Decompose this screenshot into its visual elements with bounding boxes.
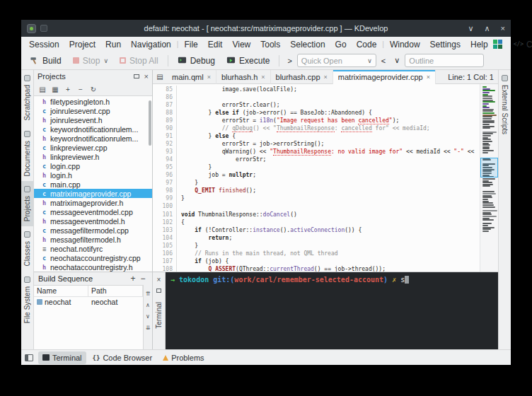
dock-tab-classes[interactable]: Classes — [21, 226, 33, 272]
toggle-docks-icon[interactable] — [25, 354, 33, 361]
code-line[interactable]: 96 job = nullptr; — [153, 171, 480, 179]
file-row[interactable]: clinkpreviewer.cpp — [34, 143, 152, 152]
add-to-build-sequence-button[interactable]: + — [128, 274, 138, 284]
code-line[interactable]: 106 // Runs in the main thread, not QML … — [153, 250, 480, 257]
code-line[interactable]: 107 if (job) { — [153, 257, 480, 265]
dock-tab-documents[interactable]: Documents — [21, 126, 33, 182]
tree-scrollbar[interactable] — [149, 100, 151, 146]
dock-tab-file-system[interactable]: File System — [21, 272, 33, 328]
maximize-button[interactable]: ∧ — [485, 24, 490, 33]
code-line[interactable]: 97 } — [153, 179, 480, 187]
document-list-icon[interactable]: ▤ — [153, 73, 167, 81]
statusbar-problems-button[interactable]: Problems — [158, 351, 208, 364]
tab-matriximageprovider-cpp[interactable]: matriximageprovider.cpp× — [333, 70, 436, 84]
move-up-icon[interactable]: ∧ — [146, 302, 150, 308]
menu-file[interactable]: File — [179, 39, 202, 50]
menu-help[interactable]: Help — [466, 39, 493, 50]
move-bottom-icon[interactable]: ⇊ — [146, 325, 151, 331]
quick-open-input[interactable]: Quick Open ∨ — [297, 54, 376, 67]
code-line[interactable]: 95 } — [153, 163, 480, 171]
statusbar-code-browser-button[interactable]: {}Code Browser — [88, 351, 157, 364]
code-line[interactable]: 100 — [153, 202, 480, 210]
code-line[interactable]: 93 qWarning() << "ThumbnailResponse: no … — [153, 148, 480, 156]
outline-input[interactable]: Outline — [405, 54, 484, 67]
tab-main-qml[interactable]: main.qml× — [167, 70, 216, 84]
menu-tools[interactable]: Tools — [255, 39, 285, 50]
menu-edit[interactable]: Edit — [203, 39, 228, 50]
dock-tab-projects[interactable]: Projects — [21, 181, 33, 226]
tab-close-icon[interactable]: × — [324, 74, 328, 81]
titlebar[interactable]: default: neochat - [ neochat:src/matrixi… — [21, 20, 511, 37]
menu-window[interactable]: Window — [385, 39, 425, 50]
file-row[interactable]: cjoinrulesevent.cpp — [34, 106, 152, 115]
menu-go[interactable]: Go — [330, 39, 352, 50]
file-row[interactable]: hmatriximageprovider.h — [34, 198, 152, 207]
file-row[interactable]: hlinkpreviewer.h — [34, 152, 152, 161]
file-row[interactable]: hfiletypesingleton.h — [34, 97, 152, 106]
file-row[interactable]: clogin.cpp — [34, 161, 152, 170]
code-line[interactable]: 88 } else if (job->error() == BaseJob::A… — [153, 109, 480, 117]
stop-button[interactable]: Stop ∨ — [68, 54, 113, 68]
stop-all-button[interactable]: Stop All — [115, 54, 163, 68]
code-line[interactable]: 102{ — [153, 219, 480, 226]
code-line[interactable]: 85 image.save(localFile); — [153, 86, 480, 93]
file-row[interactable]: hkeywordnotificationrulem... — [34, 134, 152, 143]
code-line[interactable]: 87 errorStr.clear(); — [153, 101, 480, 109]
menu-code[interactable]: Code — [352, 39, 382, 50]
code-line[interactable]: 86 — [153, 93, 480, 101]
file-row[interactable]: cmain.cpp — [34, 180, 152, 189]
code-line[interactable]: 91 } else { — [153, 132, 480, 140]
close-button[interactable]: × — [501, 24, 505, 33]
code-line[interactable]: 92 errorStr = job->errorString(); — [153, 140, 480, 148]
code-view[interactable]: 85 image.save(localFile);8687 errorStr.c… — [153, 84, 480, 272]
expand-all-icon[interactable]: + — [62, 86, 74, 93]
dock-tab-scratchpad[interactable]: Scratchpad — [21, 70, 33, 126]
code-line[interactable]: 90 // qDebug() << "ThumbnailResponse: ca… — [153, 124, 480, 132]
code-line[interactable]: 104 return; — [153, 234, 480, 242]
minimap-viewport[interactable] — [480, 158, 498, 177]
code-line[interactable]: 108 Q_ASSERT(QThread::currentThread() ==… — [153, 265, 480, 272]
menu-settings[interactable]: Settings — [425, 39, 466, 50]
code-line[interactable]: 101void ThumbnailResponse::doCancel() — [153, 211, 480, 219]
menu-run[interactable]: Run — [100, 39, 126, 50]
tab-close-icon[interactable]: × — [427, 74, 430, 81]
tab-close-icon[interactable]: × — [207, 74, 211, 81]
code-area-button[interactable]: </> Code ∨ — [509, 39, 532, 50]
close-terminal-icon[interactable]: × — [157, 276, 161, 284]
menu-project[interactable]: Project — [64, 39, 100, 50]
move-top-icon[interactable]: ⇈ — [146, 291, 151, 297]
jump-dropdown-button[interactable]: ∨ — [391, 54, 403, 66]
file-row[interactable]: cmatriximageprovider.cpp — [34, 189, 152, 198]
file-row[interactable]: cmessageeventmodel.cpp — [34, 207, 152, 216]
remove-from-build-sequence-button[interactable]: − — [138, 274, 148, 284]
menu-navigation[interactable]: Navigation — [126, 39, 176, 50]
build-button[interactable]: Build — [25, 54, 66, 68]
jump-back-button[interactable]: < — [378, 55, 389, 66]
code-line[interactable]: 98 Q_EMIT finished(); — [153, 187, 480, 194]
code-editor[interactable]: 85 image.save(localFile);8687 errorStr.c… — [153, 84, 498, 272]
close-panel-icon[interactable]: × — [144, 72, 149, 81]
move-down-icon[interactable]: ∨ — [146, 313, 150, 320]
statusbar-terminal-button[interactable]: Terminal — [38, 351, 86, 364]
menu-session[interactable]: Session — [24, 39, 64, 50]
file-row[interactable]: cmessagefiltermodel.cpp — [34, 226, 152, 235]
show-targets-icon[interactable]: ▦ — [50, 86, 61, 93]
tab-blurhash-cpp[interactable]: blurhash.cpp× — [271, 70, 333, 84]
locate-current-document-icon[interactable]: ▤ — [37, 86, 48, 93]
area-switcher-icon[interactable] — [493, 40, 502, 49]
file-row[interactable]: cneochataccountregistry.cpp — [34, 253, 152, 262]
menu-selection[interactable]: Selection — [285, 39, 330, 50]
file-row[interactable]: ≡neochat.notifyrc — [34, 244, 152, 253]
debug-button[interactable]: Debug — [173, 54, 220, 68]
toolbar-overflow-button[interactable]: > — [284, 55, 295, 66]
dock-tab-external-scripts[interactable]: External Scripts — [499, 70, 511, 139]
float-panel-icon[interactable] — [134, 74, 139, 78]
tab-close-icon[interactable]: × — [261, 74, 265, 81]
column-header-path[interactable]: Path — [88, 286, 143, 296]
code-line[interactable]: 103 if (!Controller::instance().activeCo… — [153, 226, 480, 234]
execute-button[interactable]: Execute — [221, 54, 274, 68]
build-sequence-row[interactable]: neochatneochat — [34, 297, 143, 307]
code-line[interactable]: 105 } — [153, 242, 480, 250]
file-row[interactable]: hmessageeventmodel.h — [34, 216, 152, 226]
column-header-name[interactable]: Name — [34, 286, 88, 296]
